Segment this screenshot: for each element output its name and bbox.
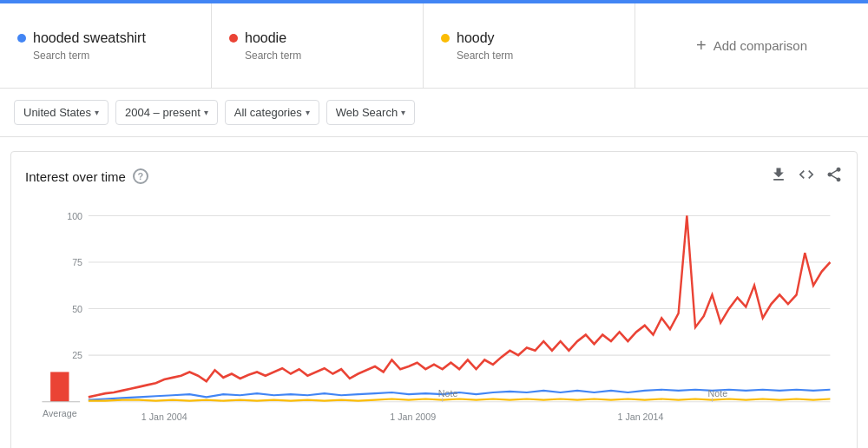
dot-yellow: [441, 34, 450, 43]
embed-button[interactable]: [798, 166, 815, 187]
help-icon[interactable]: ?: [133, 168, 148, 184]
term-name-2: hoodie: [245, 30, 286, 46]
term-sub-3: Search term: [441, 49, 617, 62]
period-label: 2004 – present: [125, 106, 201, 119]
search-terms-row: hooded sweatshirt Search term hoodie Sea…: [0, 3, 868, 89]
plus-icon: +: [696, 36, 707, 56]
svg-text:Note: Note: [708, 388, 728, 399]
region-filter[interactable]: United States ▾: [14, 100, 108, 125]
chart-actions: [770, 166, 843, 187]
period-filter[interactable]: 2004 – present ▾: [115, 100, 218, 125]
region-label: United States: [23, 106, 91, 119]
svg-text:1 Jan 2004: 1 Jan 2004: [141, 412, 187, 423]
period-chevron: ▾: [204, 108, 208, 117]
category-chevron: ▾: [306, 108, 310, 117]
chart-title-area: Interest over time ?: [25, 168, 148, 184]
chart-area: 100 75 50 25 Average Note: [11, 197, 857, 448]
svg-text:Note: Note: [438, 388, 458, 399]
chart-svg: 100 75 50 25 Average Note: [25, 197, 843, 448]
search-term-1[interactable]: hooded sweatshirt Search term: [0, 3, 212, 88]
type-label: Web Search: [336, 106, 398, 119]
svg-text:Average: Average: [43, 407, 77, 418]
type-filter[interactable]: Web Search ▾: [326, 100, 415, 125]
svg-rect-9: [50, 372, 69, 401]
svg-text:25: 25: [72, 350, 82, 361]
category-filter[interactable]: All categories ▾: [225, 100, 319, 125]
svg-text:100: 100: [67, 210, 82, 221]
svg-text:75: 75: [72, 257, 82, 268]
chart-header: Interest over time ?: [11, 166, 857, 197]
search-term-3[interactable]: hoody Search term: [424, 3, 635, 88]
search-term-2[interactable]: hoodie Search term: [212, 3, 424, 88]
svg-text:50: 50: [72, 303, 82, 314]
add-comparison-label: Add comparison: [713, 38, 807, 53]
term-name-3: hoody: [457, 30, 495, 46]
download-button[interactable]: [770, 166, 787, 187]
svg-text:1 Jan 2014: 1 Jan 2014: [618, 412, 664, 423]
chart-section: Interest over time ? 100 75 50: [10, 151, 858, 448]
share-button[interactable]: [825, 166, 843, 187]
svg-text:1 Jan 2009: 1 Jan 2009: [390, 412, 436, 423]
category-label: All categories: [234, 106, 302, 119]
add-comparison-button[interactable]: + Add comparison: [635, 3, 868, 88]
chart-title: Interest over time: [25, 169, 126, 184]
dot-blue: [17, 34, 26, 43]
dot-red: [229, 34, 238, 43]
term-sub-2: Search term: [229, 49, 405, 62]
region-chevron: ▾: [95, 108, 99, 117]
term-sub-1: Search term: [17, 49, 194, 62]
filters-row: United States ▾ 2004 – present ▾ All cat…: [0, 89, 868, 137]
term-name-1: hooded sweatshirt: [33, 30, 146, 46]
type-chevron: ▾: [401, 108, 405, 117]
